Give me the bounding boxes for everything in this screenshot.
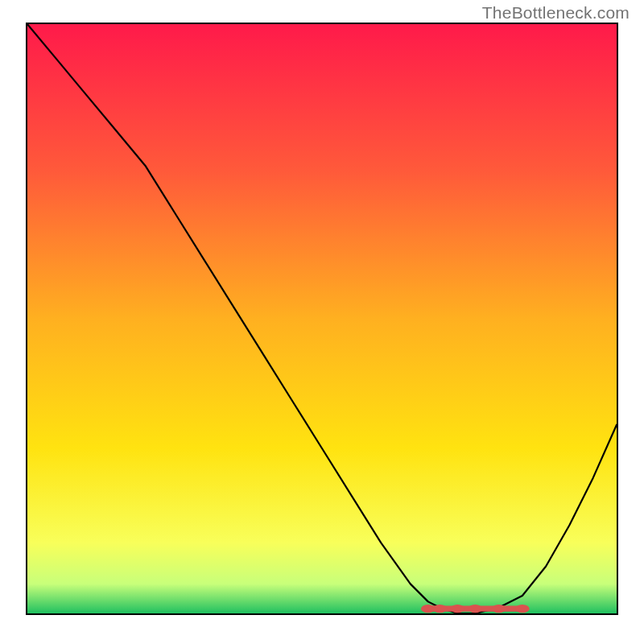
watermark-text: TheBottleneck.com (482, 3, 630, 23)
marker-dot (492, 605, 506, 613)
marker-dot (469, 605, 483, 613)
gradient-rect (27, 24, 617, 613)
marker-dot (515, 605, 530, 613)
marker-dot (451, 605, 465, 613)
optimal-markers (421, 605, 530, 613)
chart-frame (26, 23, 618, 615)
chart-inner (27, 24, 617, 613)
chart-svg (27, 24, 617, 613)
marker-dot (433, 605, 448, 613)
